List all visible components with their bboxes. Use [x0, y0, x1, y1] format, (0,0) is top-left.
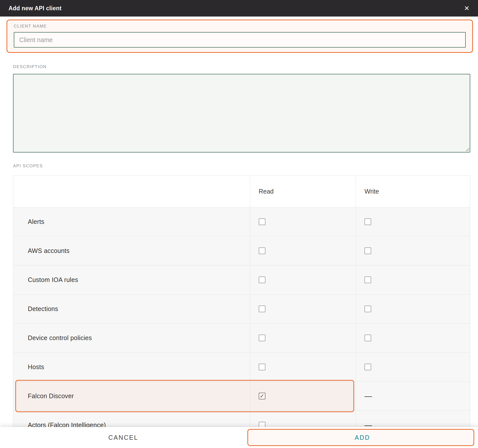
read-cell: [250, 236, 356, 265]
add-button-area[interactable]: ADD: [247, 427, 478, 448]
write-checkbox[interactable]: [364, 335, 371, 341]
description-field-wrap: [13, 74, 470, 153]
client-name-label: CLIENT NAME: [14, 24, 466, 29]
read-checkbox[interactable]: ✓: [259, 393, 265, 399]
write-cell: [356, 353, 470, 381]
scope-name: Falcon Discover: [13, 382, 250, 410]
modal-title: Add new API client: [9, 5, 62, 12]
scope-name: Device control policies: [13, 324, 250, 352]
write-checkbox[interactable]: [364, 306, 371, 312]
table-row: Hosts: [13, 352, 470, 381]
api-scopes-label: API SCOPES: [13, 164, 478, 169]
client-name-input[interactable]: [14, 32, 466, 48]
write-cell: [356, 265, 470, 294]
api-scopes-table: Read Write AlertsAWS accountsCustom IOA …: [13, 176, 470, 440]
write-checkbox[interactable]: [364, 247, 371, 254]
write-cell: [356, 236, 470, 265]
read-checkbox[interactable]: [259, 364, 265, 370]
table-row: Alerts: [13, 207, 470, 236]
read-cell: [250, 353, 356, 381]
write-cell: [356, 324, 470, 352]
write-cell: —: [356, 382, 470, 410]
column-header-empty: [13, 176, 250, 207]
close-icon[interactable]: ✕: [464, 5, 469, 12]
add-button[interactable]: ADD: [355, 434, 370, 441]
read-cell: ✓: [250, 382, 356, 410]
table-row: Falcon Discover✓—: [13, 381, 470, 410]
read-checkbox[interactable]: [259, 247, 265, 254]
read-checkbox[interactable]: [259, 306, 265, 312]
annotation-client-name: CLIENT NAME: [7, 20, 473, 53]
write-checkbox[interactable]: [364, 276, 371, 283]
write-checkbox[interactable]: [364, 364, 371, 370]
read-cell: [250, 294, 356, 323]
cancel-button[interactable]: CANCEL: [108, 434, 138, 441]
write-cell: [356, 207, 470, 236]
table-row: AWS accounts: [13, 236, 470, 265]
table-header-row: Read Write: [13, 176, 470, 207]
read-checkbox[interactable]: [259, 276, 265, 283]
description-textarea[interactable]: [13, 74, 470, 153]
scope-name: Hosts: [13, 353, 250, 381]
read-cell: [250, 324, 356, 352]
read-checkbox[interactable]: [259, 218, 265, 225]
read-cell: [250, 265, 356, 294]
table-row: Detections: [13, 294, 470, 323]
table-row: Device control policies: [13, 323, 470, 352]
modal-header: Add new API client ✕: [0, 0, 478, 17]
no-permission-dash: —: [364, 392, 372, 400]
write-checkbox[interactable]: [364, 218, 371, 225]
column-header-write: Write: [356, 176, 470, 207]
description-label: DESCRIPTION: [13, 64, 478, 69]
table-row: Custom IOA rules: [13, 265, 470, 294]
scope-name: Alerts: [13, 207, 250, 236]
read-cell: [250, 207, 356, 236]
column-header-read: Read: [250, 176, 356, 207]
cancel-button-area[interactable]: CANCEL: [0, 427, 247, 448]
read-checkbox[interactable]: [259, 335, 265, 341]
scopes-table-body: AlertsAWS accountsCustom IOA rulesDetect…: [13, 207, 470, 439]
scope-name: Custom IOA rules: [13, 265, 250, 294]
scope-name: AWS accounts: [13, 236, 250, 265]
scope-name: Detections: [13, 294, 250, 323]
write-cell: [356, 294, 470, 323]
modal-footer: CANCEL ADD: [0, 427, 478, 448]
